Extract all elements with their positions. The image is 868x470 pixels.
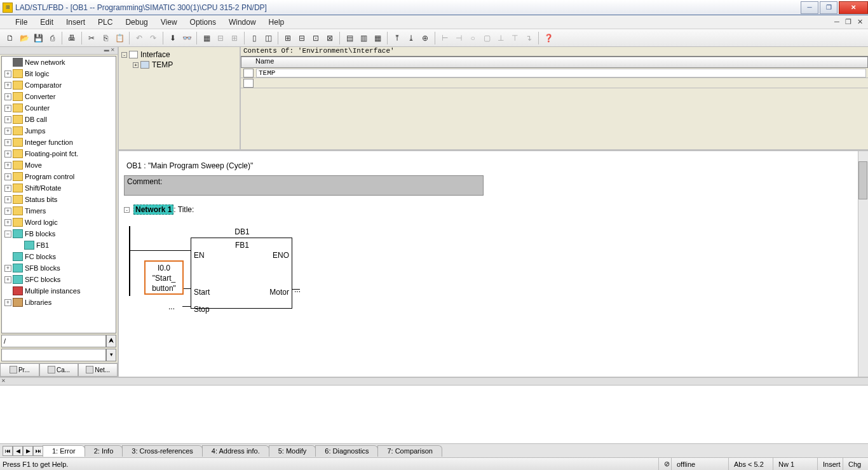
saveall-icon[interactable]: ⎙	[46, 32, 58, 44]
filter2-input[interactable]	[1, 349, 106, 361]
network-collapse-icon[interactable]: -	[124, 207, 130, 213]
tree-item-new-network[interactable]: New network	[2, 57, 116, 68]
comment-box[interactable]: Comment:	[124, 175, 484, 196]
out-tab-comp[interactable]: 7: Comparison	[377, 445, 442, 457]
env-row-temp[interactable]: TEMP	[241, 68, 868, 78]
con5-icon[interactable]: ⊥	[494, 32, 507, 44]
filter-dropdown-icon[interactable]: ▾	[106, 349, 116, 361]
paste-icon[interactable]: 📋	[113, 32, 126, 44]
redo-icon[interactable]: ↷	[147, 32, 159, 44]
tree-item-bit-logic[interactable]: +Bit logic	[2, 68, 116, 79]
con6-icon[interactable]: ⊤	[508, 32, 521, 44]
tree-item-fc-blocks[interactable]: FC blocks	[2, 251, 116, 262]
help-icon[interactable]: ❓	[542, 32, 555, 44]
menu-options[interactable]: Options	[184, 18, 222, 27]
undo-icon[interactable]: ↶	[133, 32, 146, 44]
lad2-icon[interactable]: ⊟	[295, 32, 308, 44]
output-close-icon[interactable]: ✕	[0, 378, 868, 386]
out-tab-error[interactable]: 1: Error	[43, 445, 85, 457]
lad1-icon[interactable]: ⊞	[281, 32, 294, 44]
tree-item-status-bits[interactable]: +Status bits	[2, 194, 116, 205]
copy-icon[interactable]: ⎘	[99, 32, 112, 44]
ladder-diagram[interactable]: DB1 FB1 EN ENO Start Stop Motor I0.0 "St…	[129, 226, 370, 321]
interface-tree[interactable]: -Interface +TEMP	[119, 47, 241, 149]
sidebar-tab-call[interactable]: Ca...	[39, 363, 79, 377]
tree-item-db-call[interactable]: +DB call	[2, 114, 116, 125]
minimize-button[interactable]: ─	[801, 1, 818, 14]
start-operand[interactable]: I0.0 "Start_ button"	[144, 260, 184, 295]
con2-icon[interactable]: ⊣	[452, 32, 465, 44]
net3-icon[interactable]: ▦	[371, 32, 384, 44]
network-label[interactable]: Network 1	[133, 205, 173, 215]
close-button[interactable]: ✕	[839, 1, 868, 14]
new-icon[interactable]: 🗋	[4, 32, 17, 44]
fb-block[interactable]: DB1 FB1 EN ENO Start Stop Motor	[191, 238, 292, 309]
con1-icon[interactable]: ⊢	[438, 32, 451, 44]
env-col-name[interactable]: Name	[241, 57, 868, 68]
tree-item-converter[interactable]: +Converter	[2, 91, 116, 102]
tree-item-multiple-instances[interactable]: Multiple instances	[2, 285, 116, 297]
tree-item-timers[interactable]: +Timers	[2, 205, 116, 217]
con3-icon[interactable]: ○	[466, 32, 479, 44]
tree-item-integer-function[interactable]: +Integer function	[2, 137, 116, 148]
ladder-editor[interactable]: OB1 : "Main Program Sweep (Cycle)" Comme…	[119, 151, 868, 377]
env-row-empty[interactable]	[241, 78, 868, 88]
tree-item-comparator[interactable]: +Comparator	[2, 79, 116, 91]
tree-item-fb-blocks[interactable]: −FB blocks	[2, 228, 116, 239]
sym-icon[interactable]: ⊞	[228, 32, 241, 44]
out-nav-first-icon[interactable]: ⏮	[3, 446, 13, 456]
menu-view[interactable]: View	[154, 18, 184, 27]
cut-icon[interactable]: ✂	[85, 32, 98, 44]
tree-item-floating-point-fct-[interactable]: +Floating-point fct.	[2, 148, 116, 159]
sidebar-tab-network[interactable]: Net...	[78, 363, 118, 377]
tree-item-jumps[interactable]: +Jumps	[2, 125, 116, 137]
menu-plc[interactable]: PLC	[92, 18, 119, 27]
window1-icon[interactable]: ▯	[248, 32, 261, 44]
out-nav-last-icon[interactable]: ⏭	[33, 446, 43, 456]
tree-item-counter[interactable]: +Counter	[2, 102, 116, 114]
out-tab-modify[interactable]: 5: Modify	[269, 445, 316, 457]
menu-help[interactable]: Help	[262, 18, 291, 27]
mdi-restore-icon[interactable]: ❐	[843, 18, 854, 26]
filter-up-icon[interactable]: ⮝	[106, 335, 116, 347]
editor-scrollbar[interactable]	[858, 151, 868, 377]
menu-debug[interactable]: Debug	[119, 18, 154, 27]
goto3-icon[interactable]: ⊕	[419, 32, 431, 44]
net1-icon[interactable]: ▤	[343, 32, 356, 44]
sidebar-close-icon[interactable]: ▬ ✕	[0, 47, 118, 55]
monitor-icon[interactable]: 👓	[180, 32, 193, 44]
lad4-icon[interactable]: ⊠	[323, 32, 336, 44]
out-nav-prev-icon[interactable]: ◀	[13, 446, 23, 456]
maximize-button[interactable]: ❐	[820, 1, 837, 14]
tree-item-move[interactable]: +Move	[2, 159, 116, 171]
window2-icon[interactable]: ◫	[262, 32, 275, 44]
menu-file[interactable]: File	[9, 18, 34, 27]
menu-edit[interactable]: Edit	[34, 18, 60, 27]
con7-icon[interactable]: ↴	[522, 32, 535, 44]
print-icon[interactable]: 🖶	[65, 32, 78, 44]
out-tab-info[interactable]: 2: Info	[85, 445, 123, 457]
save-icon[interactable]: 💾	[32, 32, 44, 44]
sidebar-tab-program[interactable]: Pr...	[0, 363, 39, 377]
tree-item-libraries[interactable]: +Libraries	[2, 297, 116, 308]
instruction-tree[interactable]: New network+Bit logic+Comparator+Convert…	[1, 56, 116, 333]
filter-input[interactable]	[1, 335, 106, 347]
goto1-icon[interactable]: ⤒	[391, 32, 403, 44]
tree-item-sfc-blocks[interactable]: +SFC blocks	[2, 274, 116, 285]
net2-icon[interactable]: ▥	[357, 32, 370, 44]
tree-item-shift-rotate[interactable]: +Shift/Rotate	[2, 182, 116, 194]
tree-item-word-logic[interactable]: +Word logic	[2, 217, 116, 228]
motor-unassigned[interactable]: ...	[294, 285, 301, 294]
mdi-close-icon[interactable]: ✕	[854, 18, 865, 26]
module-icon[interactable]: ▦	[200, 32, 213, 44]
menu-window[interactable]: Window	[222, 18, 262, 27]
tree-item-fb1[interactable]: FB1	[2, 239, 116, 251]
goto2-icon[interactable]: ⤓	[405, 32, 417, 44]
menu-insert[interactable]: Insert	[60, 18, 92, 27]
mdi-minimize-icon[interactable]: ─	[831, 18, 843, 26]
out-tab-addr[interactable]: 4: Address info.	[202, 445, 269, 457]
out-tab-diag[interactable]: 6: Diagnostics	[315, 445, 378, 457]
out-tab-xref[interactable]: 3: Cross-references	[122, 445, 203, 457]
open-icon[interactable]: 📂	[18, 32, 31, 44]
lad3-icon[interactable]: ⊡	[309, 32, 322, 44]
